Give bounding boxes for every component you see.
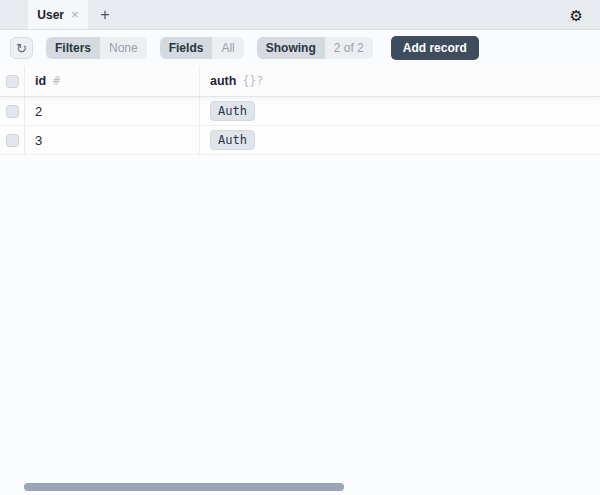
add-record-button[interactable]: Add record bbox=[391, 36, 479, 60]
cell-auth[interactable]: Auth bbox=[200, 126, 600, 154]
filters-control[interactable]: Filters None bbox=[46, 37, 147, 59]
row-checkbox-cell bbox=[0, 126, 25, 154]
filters-label: Filters bbox=[46, 37, 100, 59]
plus-icon: + bbox=[100, 6, 109, 24]
row-checkbox[interactable] bbox=[6, 134, 19, 147]
auth-json-badge[interactable]: Auth bbox=[210, 101, 255, 121]
fields-control[interactable]: Fields All bbox=[160, 37, 244, 59]
tab-bar: User × + ⚙ bbox=[0, 0, 600, 30]
cell-id-value: 3 bbox=[35, 133, 42, 148]
refresh-button[interactable]: ↻ bbox=[10, 37, 33, 59]
filters-value: None bbox=[100, 37, 147, 59]
column-header-auth[interactable]: auth {}? bbox=[200, 66, 600, 96]
row-checkbox-cell bbox=[0, 97, 25, 125]
showing-control[interactable]: Showing 2 of 2 bbox=[257, 37, 373, 59]
table-row[interactable]: 3 Auth bbox=[0, 126, 600, 155]
json-optional-type-icon: {}? bbox=[242, 74, 263, 88]
prisma-studio-window: User × + ⚙ ↻ Filters None Fields All Sho… bbox=[0, 0, 600, 495]
toolbar: ↻ Filters None Fields All Showing 2 of 2… bbox=[0, 30, 600, 66]
cell-auth[interactable]: Auth bbox=[200, 97, 600, 125]
cell-id-value: 2 bbox=[35, 104, 42, 119]
fields-value: All bbox=[212, 37, 243, 59]
add-tab-button[interactable]: + bbox=[88, 0, 122, 29]
tab-user-label: User bbox=[37, 8, 64, 22]
tab-user[interactable]: User × bbox=[28, 0, 88, 29]
showing-label: Showing bbox=[257, 37, 325, 59]
row-checkbox[interactable] bbox=[6, 105, 19, 118]
column-name-auth: auth bbox=[210, 74, 236, 88]
close-icon[interactable]: × bbox=[71, 8, 79, 21]
select-all-checkbox[interactable] bbox=[6, 75, 19, 88]
column-name-id: id bbox=[35, 74, 46, 88]
column-header-id[interactable]: id # bbox=[25, 66, 200, 96]
cell-id[interactable]: 3 bbox=[25, 126, 200, 154]
records-table: id # auth {}? 2 Auth 3 bbox=[0, 66, 600, 155]
showing-count: 2 of 2 bbox=[325, 37, 373, 59]
table-row[interactable]: 2 Auth bbox=[0, 97, 600, 126]
table-header-row: id # auth {}? bbox=[0, 66, 600, 97]
header-checkbox-cell bbox=[0, 66, 25, 96]
fields-label: Fields bbox=[160, 37, 213, 59]
int-type-icon: # bbox=[53, 74, 60, 88]
cell-id[interactable]: 2 bbox=[25, 97, 200, 125]
auth-json-badge[interactable]: Auth bbox=[210, 130, 255, 150]
refresh-icon: ↻ bbox=[16, 42, 27, 55]
horizontal-scrollbar-thumb[interactable] bbox=[24, 483, 344, 491]
gear-icon[interactable]: ⚙ bbox=[570, 7, 583, 22]
